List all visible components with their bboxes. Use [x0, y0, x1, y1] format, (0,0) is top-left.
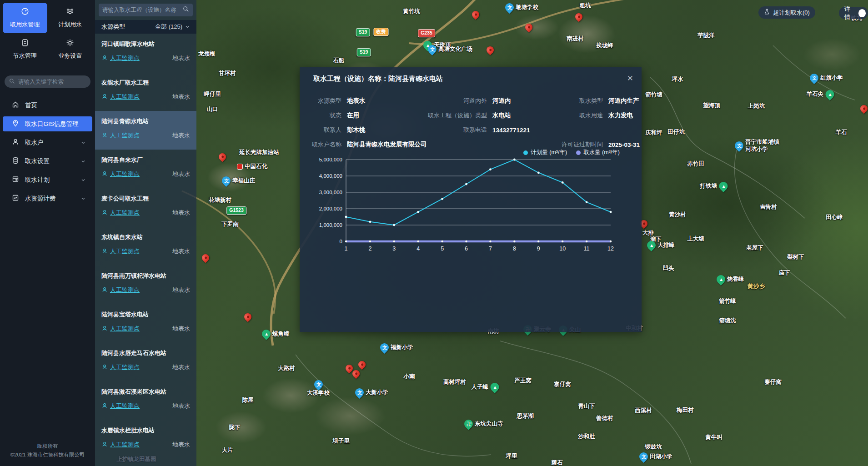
monitor-point-link[interactable]: 人工监测点 [101, 247, 140, 256]
sidebar-search-input[interactable] [18, 79, 86, 85]
station-list-item[interactable]: 陆河县南万镇杞洋水电站人工监测点地表水 [95, 266, 196, 304]
monitor-point-link[interactable]: 人工监测点 [101, 402, 140, 410]
map-poi[interactable]: 文福新小学 [380, 343, 413, 352]
map-poi[interactable]: ▲螺角嶂 [262, 330, 290, 338]
search-icon[interactable] [183, 6, 189, 14]
toggle-knob[interactable] [858, 9, 866, 17]
svg-text:2,000,000: 2,000,000 [319, 206, 342, 211]
map-poi[interactable]: 文大新小学 [355, 388, 388, 397]
person-icon [101, 93, 108, 101]
monitor-point-link[interactable]: 人工监测点 [101, 93, 140, 101]
map-poi[interactable]: ▲大排嶂 [647, 241, 675, 250]
map-label: 沙和肚 [578, 433, 595, 441]
map-poi-label: 福新小学 [391, 344, 413, 351]
monitor-point-link[interactable]: 人工监测点 [101, 209, 140, 217]
map-poi[interactable]: 文红旗小学 [810, 74, 843, 82]
mountain-pin-icon: ▲ [260, 328, 272, 340]
map-pin-red[interactable] [201, 253, 211, 263]
station-list-item[interactable]: 陆河县青磜水电站人工监测点地表水 [95, 111, 196, 150]
road-shield: G235 [418, 29, 435, 37]
station-list-item[interactable]: 麦卡公司取水工程人工监测点地表水 [95, 188, 196, 227]
map-pin-red[interactable] [217, 152, 228, 162]
map-pin-red[interactable] [243, 312, 253, 322]
sidebar-item-取水口GIS信息管理[interactable]: 取水口GIS信息管理 [3, 116, 92, 131]
station-search-input[interactable] [102, 7, 180, 13]
flask-icon [764, 9, 770, 16]
map-pin-red[interactable] [859, 104, 868, 114]
over-plan-intake-button[interactable]: 超计划取水(0) [758, 6, 815, 19]
monitor-point-link[interactable]: 人工监测点 [101, 54, 140, 62]
map-pin-red[interactable] [574, 12, 584, 22]
detail-toggle[interactable]: 详情 [839, 7, 868, 19]
app-tile-label: 计划用水 [58, 20, 82, 29]
map-poi[interactable]: ▲烧香嶂 [717, 275, 744, 284]
monitor-point-link[interactable]: 人工监测点 [101, 131, 140, 140]
map-pin-red[interactable] [485, 45, 496, 55]
station-list-item[interactable]: 东坑镇自来水站人工监测点地表水 [95, 227, 196, 266]
school-pin-icon: 文 [808, 72, 820, 84]
map-label: 善德村 [596, 415, 613, 422]
monitor-point-label: 人工监测点 [110, 363, 140, 371]
mountain-pin-icon: ▲ [717, 180, 729, 192]
filter-dropdown[interactable]: 全部 (125) [155, 23, 190, 31]
map-poi[interactable]: ▲打铁塘 [700, 182, 728, 190]
map-label: 龙颈根 [198, 50, 216, 58]
monitor-point-link[interactable]: 人工监测点 [101, 441, 140, 449]
app-tile-业务设置[interactable]: 业务设置 [48, 34, 93, 65]
map-poi[interactable]: 文高塘文化广场 [428, 45, 472, 54]
map-pin-red[interactable] [357, 360, 367, 370]
road-shield: 收费 [374, 28, 389, 36]
field-value: 2025-03-31 [608, 141, 640, 148]
map-poi[interactable]: 文普宁市船埔镇河坑小学 [735, 139, 779, 153]
modal-title: 取水工程（设施）名称：陆河县青磜水电站 [313, 75, 443, 83]
monitor-point-link[interactable]: 人工监测点 [101, 325, 140, 333]
person-icon [101, 286, 108, 294]
station-list-item[interactable]: 陆河县宝塔水电站人工监测点地表水 [95, 304, 196, 343]
app-tile-节水管理[interactable]: 节水管理 [3, 34, 47, 65]
monitor-point-link[interactable]: 人工监测点 [101, 286, 140, 294]
sidebar-item-取水计划[interactable]: 取水计划 [3, 172, 92, 187]
map-poi[interactable]: 文墩塘学校 [505, 3, 538, 12]
map-label: 梅田村 [677, 406, 694, 414]
user-icon [12, 138, 19, 147]
chevron-down-icon [80, 159, 86, 164]
sinopec-icon [237, 164, 243, 170]
map-pin-red[interactable] [471, 10, 481, 20]
legend-item[interactable]: 取水量 (m³/年) [576, 149, 620, 156]
app-tile-label: 取用水管理 [10, 20, 40, 29]
app-tile-取用水管理[interactable]: 取用水管理 [3, 3, 47, 33]
station-list-item[interactable]: 陆河县自来水厂人工监测点地表水 [95, 150, 196, 188]
map-poi[interactable]: ▲人子嶂 [472, 383, 499, 391]
svg-text:3: 3 [392, 246, 396, 252]
map-poi[interactable]: ▲羊石尖 [807, 90, 834, 99]
sidebar-item-水资源计费[interactable]: 水资源计费 [3, 191, 92, 206]
monitor-point-link[interactable]: 人工监测点 [101, 363, 140, 371]
sidebar-item-取水户[interactable]: 取水户 [3, 135, 92, 150]
legend-item[interactable]: 计划量 (m³/年) [523, 149, 567, 156]
station-list-item[interactable]: 水唇镇水栏肚水电站人工监测点地表水 [95, 420, 196, 459]
map-poi[interactable]: 文幸福山庄 [222, 176, 255, 185]
sidebar-item-取水设置[interactable]: 取水设置 [3, 154, 92, 169]
map-poi[interactable]: 文田湖小学 [639, 452, 672, 461]
mountain-pin-icon: ▲ [823, 88, 836, 100]
water-source-value: 地表水 [172, 402, 190, 410]
station-list-item[interactable]: 陆河县激石溪老区水电站人工监测点地表水 [95, 381, 196, 420]
sidebar-item-首页[interactable]: 首页 [3, 98, 92, 113]
map-poi[interactable]: 文大溪学校 [307, 380, 330, 397]
field-label: 河道内外 [415, 97, 492, 105]
station-list-item[interactable]: 友能水厂取水工程人工监测点地表水 [95, 72, 196, 111]
map-poi-label: 墩塘学校 [516, 4, 538, 11]
map-pin-red[interactable] [524, 22, 534, 33]
station-list-item[interactable]: 陆河县水唇走马石水电站人工监测点地表水 [95, 343, 196, 381]
station-list-item[interactable]: 河口镇唱歌潭水电站人工监测点地表水 [95, 34, 196, 72]
app-tile-计划用水[interactable]: 计划用水 [48, 3, 93, 33]
water-source-value: 地表水 [172, 54, 190, 62]
monitor-point-link[interactable]: 人工监测点 [101, 170, 140, 178]
map-label: 箭竹塘 [645, 91, 662, 99]
map-label: 大路村 [278, 365, 295, 372]
monitor-point-label: 人工监测点 [110, 93, 140, 101]
map-poi[interactable]: 中国石化 [237, 163, 267, 170]
water-source-value: 地表水 [172, 170, 190, 178]
close-icon[interactable]: ✕ [627, 75, 633, 82]
map-poi[interactable]: 卍东坑尖山寺 [464, 420, 503, 428]
